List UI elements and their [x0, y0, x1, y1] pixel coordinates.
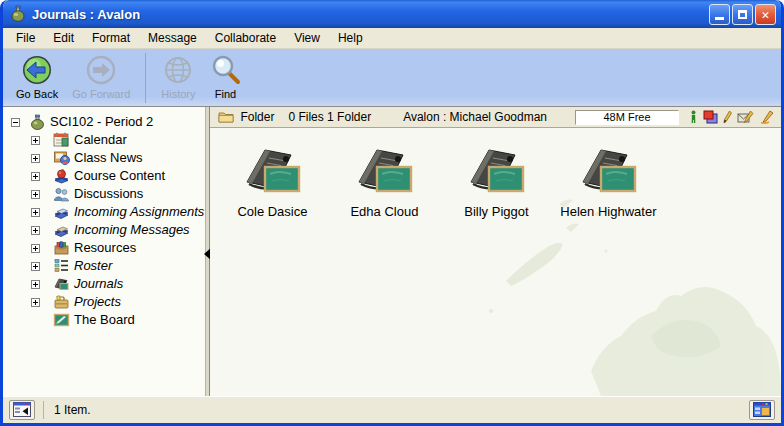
go-back-button[interactable]: Go Back: [9, 53, 65, 101]
sidebar-item-label: Calendar: [74, 132, 127, 148]
sidebar-tree: SCI102 - Period 2 Calendar: [3, 107, 205, 396]
status-icon-group: [689, 110, 775, 124]
journal-item-edha-cloud[interactable]: Edha Cloud: [328, 144, 440, 219]
go-forward-label: Go Forward: [72, 88, 130, 100]
go-back-label: Go Back: [16, 88, 58, 100]
user-presence-icon[interactable]: [689, 110, 698, 124]
sidebar-item-course-content[interactable]: Course Content: [9, 167, 205, 185]
sidebar-item-label: Journals: [74, 276, 123, 292]
journal-book-icon: [575, 144, 641, 200]
history-button[interactable]: History: [154, 53, 202, 101]
menu-file[interactable]: File: [7, 29, 44, 47]
layers-icon[interactable]: [703, 110, 718, 124]
menu-help[interactable]: Help: [329, 29, 372, 47]
sidebar-item-incoming-assignments[interactable]: Incoming Assignments: [9, 203, 205, 221]
toolbar-separator: [145, 53, 146, 103]
go-forward-icon: [85, 54, 117, 86]
course-content-icon: [53, 168, 70, 184]
sidebar-item-incoming-messages[interactable]: Incoming Messages: [9, 221, 205, 239]
projects-icon: [53, 294, 70, 310]
app-window: Journals : Avalon ✕ File Edit Format Mes…: [0, 0, 784, 426]
menu-edit[interactable]: Edit: [44, 29, 83, 47]
window-title: Journals : Avalon: [32, 7, 709, 22]
sidebar-item-projects[interactable]: Projects: [9, 293, 205, 311]
statusbar-separator: [43, 401, 44, 419]
history-label: History: [161, 88, 195, 100]
journals-icon: [53, 276, 70, 292]
panel-left-arrow-icon: [13, 402, 31, 417]
history-globe-icon: [162, 54, 194, 86]
menu-bar: File Edit Format Message Collaborate Vie…: [3, 28, 781, 49]
incoming-assignments-icon: [53, 204, 70, 220]
compose-mail-icon[interactable]: [737, 110, 754, 124]
toggle-left-panel-button[interactable]: [9, 400, 35, 420]
minimize-button[interactable]: [709, 4, 730, 25]
journal-item-cole-dasice[interactable]: Cole Dasice: [216, 144, 328, 219]
expand-plus-icon[interactable]: [31, 190, 40, 199]
incoming-messages-icon: [53, 222, 70, 238]
calendar-icon: [53, 132, 70, 148]
folder-icon: [218, 111, 234, 123]
item-count-label: 1 Item.: [54, 403, 91, 417]
menu-collaborate[interactable]: Collaborate: [206, 29, 285, 47]
pencil-icon[interactable]: [723, 110, 732, 124]
signature-pen-icon[interactable]: [759, 110, 775, 124]
sidebar-item-label: The Board: [74, 312, 135, 328]
roster-icon: [53, 258, 70, 274]
sidebar-item-journals[interactable]: Journals: [9, 275, 205, 293]
title-bar[interactable]: Journals : Avalon ✕: [3, 0, 781, 28]
find-label: Find: [215, 88, 236, 100]
minimize-icon: [715, 17, 724, 20]
expand-plus-icon[interactable]: [31, 172, 40, 181]
sidebar-item-label: Discussions: [74, 186, 143, 202]
free-space-indicator: 48M Free: [575, 110, 679, 125]
sidebar-item-discussions[interactable]: Discussions: [9, 185, 205, 203]
expand-plus-icon[interactable]: [31, 226, 40, 235]
sidebar-item-label: Course Content: [74, 168, 165, 184]
collapse-minus-icon[interactable]: [11, 118, 20, 127]
expand-plus-icon[interactable]: [31, 136, 40, 145]
find-button[interactable]: Find: [203, 53, 249, 101]
flask-icon: [29, 114, 46, 130]
toolbar: Go Back Go Forward History: [3, 49, 781, 107]
menu-view[interactable]: View: [285, 29, 329, 47]
body-split: SCI102 - Period 2 Calendar: [3, 107, 781, 396]
menu-format[interactable]: Format: [83, 29, 139, 47]
journal-label: Cole Dasice: [237, 204, 307, 219]
file-folder-counts: 0 Files 1 Folder: [288, 110, 371, 124]
toggle-right-panel-button[interactable]: [749, 400, 775, 420]
sidebar-item-calendar[interactable]: Calendar: [9, 131, 205, 149]
panel-layout-icon: [753, 402, 771, 417]
menu-message[interactable]: Message: [139, 29, 206, 47]
maximize-button[interactable]: [732, 4, 753, 25]
journal-book-icon: [239, 144, 305, 200]
class-news-icon: [53, 150, 70, 166]
expand-plus-icon[interactable]: [31, 154, 40, 163]
sidebar-item-resources[interactable]: Resources: [9, 239, 205, 257]
sidebar-item-sci102[interactable]: SCI102 - Period 2: [9, 113, 205, 131]
connection-label: Avalon : Michael Goodman: [403, 110, 547, 124]
expand-plus-icon[interactable]: [31, 208, 40, 217]
journal-label: Edha Cloud: [350, 204, 418, 219]
discussions-icon: [53, 186, 70, 202]
journal-item-billy-piggot[interactable]: Billy Piggot: [440, 144, 552, 219]
sidebar-item-the-board[interactable]: The Board: [9, 311, 205, 329]
expand-plus-icon[interactable]: [31, 298, 40, 307]
board-icon: [53, 312, 70, 328]
sidebar-item-class-news[interactable]: Class News: [9, 149, 205, 167]
expand-plus-icon[interactable]: [31, 244, 40, 253]
folder-info-bar: Folder 0 Files 1 Folder Avalon : Michael…: [210, 107, 781, 128]
journal-book-icon: [351, 144, 417, 200]
expand-plus-icon[interactable]: [31, 262, 40, 271]
sidebar-item-roster[interactable]: Roster: [9, 257, 205, 275]
resources-icon: [53, 240, 70, 256]
expand-plus-icon[interactable]: [31, 280, 40, 289]
journal-item-helen-highwater[interactable]: Helen Highwater: [552, 144, 664, 219]
go-forward-button[interactable]: Go Forward: [65, 53, 137, 101]
journal-label: Billy Piggot: [464, 204, 528, 219]
journal-row: Cole Dasice Edha Cl: [210, 128, 781, 219]
status-bar: 1 Item.: [3, 396, 781, 422]
go-back-icon: [21, 54, 53, 86]
close-button[interactable]: ✕: [755, 4, 776, 25]
sidebar-item-label: Class News: [74, 150, 143, 166]
